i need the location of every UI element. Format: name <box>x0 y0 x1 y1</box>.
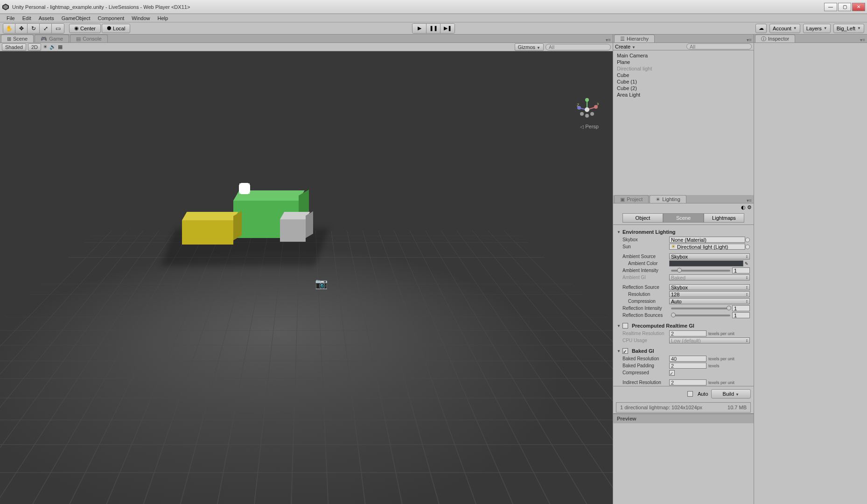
refbounce-label: Reflection Bounces <box>622 313 669 318</box>
reflection-source-dropdown[interactable]: Skybox‡ <box>669 284 750 290</box>
svg-text:x: x <box>597 101 599 106</box>
indirect-res-field[interactable]: 2 <box>669 379 706 385</box>
fx-toggle-icon[interactable]: ▦ <box>58 44 63 50</box>
reflection-compression-dropdown[interactable]: Auto‡ <box>669 298 750 304</box>
status-right: 10.7 MB <box>727 405 747 410</box>
baked-title: Baked GI <box>632 348 654 354</box>
tab-project[interactable]: ▣Project <box>614 195 649 203</box>
skybox-field[interactable]: None (Material) <box>669 237 745 243</box>
baked-pad-field[interactable]: 2 <box>669 363 706 369</box>
environment-lighting-header[interactable]: ▼Environment Lighting <box>613 225 754 236</box>
reflection-bounces-slider[interactable] <box>671 315 730 316</box>
account-dropdown[interactable]: Account ▼ <box>769 24 800 33</box>
sun-picker-icon[interactable] <box>745 245 750 249</box>
menu-gameobject[interactable]: GameObject <box>58 14 94 22</box>
svg-text:z: z <box>577 102 580 107</box>
skybox-value: None (Material) <box>671 237 706 243</box>
tab-scene[interactable]: ⊞Scene <box>1 35 34 42</box>
lighting-help-icon[interactable]: ◐ ⚙ <box>741 204 752 210</box>
light-gizmo-icon[interactable] <box>240 184 249 193</box>
layers-dropdown[interactable]: Layers ▼ <box>803 24 831 33</box>
2d-toggle[interactable]: 2D <box>28 43 41 51</box>
baked-gi-checkbox[interactable] <box>622 348 628 354</box>
hierarchy-item[interactable]: Area Light <box>617 91 750 98</box>
tab-lighting[interactable]: ☀Lighting <box>650 195 686 203</box>
menu-window[interactable]: Window <box>128 14 154 22</box>
gizmos-dropdown[interactable]: Gizmos ▼ <box>515 43 544 51</box>
tab-hierarchy[interactable]: ☰Hierarchy <box>614 35 655 42</box>
ambient-color-swatch[interactable] <box>669 260 743 266</box>
layout-dropdown[interactable]: Big_Left ▼ <box>833 24 864 33</box>
color-picker-icon[interactable]: ✎ <box>743 260 750 266</box>
baked-res-field[interactable]: 40 <box>669 356 706 362</box>
yellow-cube[interactable] <box>182 220 233 245</box>
baked-comp-label: Compressed <box>622 370 669 375</box>
play-button[interactable]: ▶ <box>413 24 427 33</box>
tab-game[interactable]: 🎮Game <box>35 35 69 42</box>
ambient-source-dropdown[interactable]: Skybox‡ <box>669 253 750 259</box>
light-toggle-icon[interactable]: ☀ <box>43 44 48 50</box>
hand-tool[interactable]: ✋ <box>3 24 15 33</box>
minimize-button[interactable]: — <box>824 3 837 11</box>
hierarchy-item[interactable]: Directional light <box>617 65 750 72</box>
ambcolor-label: Ambient Color <box>622 261 669 266</box>
baked-gi-header[interactable]: ▼Baked GI <box>613 344 754 355</box>
reflection-intensity-slider[interactable] <box>671 308 730 309</box>
cloud-button[interactable]: ☁ <box>755 24 767 33</box>
hierarchy-item[interactable]: Cube <box>617 72 750 78</box>
inspector-tab-options[interactable]: ▾≡ <box>858 37 867 42</box>
compressed-checkbox[interactable] <box>669 370 675 376</box>
menu-help[interactable]: Help <box>154 14 172 22</box>
skybox-picker-icon[interactable] <box>745 238 750 242</box>
tab-console[interactable]: ▤Console <box>70 35 107 42</box>
tab-options-icon[interactable]: ▾≡ <box>604 37 613 42</box>
tab-inspector[interactable]: ⓘInspector <box>755 35 795 42</box>
hierarchy-item[interactable]: Cube (2) <box>617 85 750 91</box>
hierarchy-tab-options[interactable]: ▾≡ <box>745 37 754 42</box>
camera-gizmo-icon[interactable]: 📷 <box>315 278 328 290</box>
reflection-bounces-value[interactable]: 1 <box>732 312 750 318</box>
maximize-button[interactable]: ▢ <box>838 3 851 11</box>
orientation-gizmo[interactable]: y x z <box>575 98 599 121</box>
hierarchy-item[interactable]: Main Camera <box>617 52 750 59</box>
hierarchy-list[interactable]: Main Camera Plane Directional light Cube… <box>613 50 754 195</box>
menu-edit[interactable]: Edit <box>19 14 35 22</box>
close-button[interactable]: ✕ <box>852 3 865 11</box>
reflection-intensity-value[interactable]: 1 <box>732 305 750 311</box>
svg-text:y: y <box>586 98 588 100</box>
sun-field[interactable]: ☀Directional light (Light) <box>669 244 745 250</box>
reflection-resolution-dropdown[interactable]: 128‡ <box>669 291 750 297</box>
scene-viewport[interactable]: y x z ◁ Persp 📷 <box>0 51 613 504</box>
build-button[interactable]: Build ▼ <box>711 389 751 399</box>
gray-cube[interactable] <box>280 219 306 242</box>
realtime-gi-header[interactable]: ▼Precomputed Realtime GI <box>613 319 754 330</box>
realtime-gi-checkbox[interactable] <box>622 323 628 329</box>
menu-assets[interactable]: Assets <box>35 14 58 22</box>
create-dropdown[interactable]: Create ▼ <box>615 44 636 49</box>
perspective-label[interactable]: ◁ Persp <box>580 124 599 129</box>
lighting-tab-object[interactable]: Object <box>622 213 663 223</box>
lighting-tab-lightmaps[interactable]: Lightmaps <box>704 213 744 223</box>
menu-component[interactable]: Component <box>94 14 128 22</box>
hierarchy-item[interactable]: Plane <box>617 59 750 65</box>
ambient-intensity-value[interactable]: 1 <box>732 267 750 273</box>
scale-tool[interactable]: ⤢ <box>40 24 52 33</box>
hierarchy-item[interactable]: Cube (1) <box>617 78 750 85</box>
pivot-center-button[interactable]: ◉ Center <box>69 24 101 33</box>
preview-header[interactable]: Preview <box>613 413 754 423</box>
auto-checkbox[interactable] <box>687 391 693 397</box>
pivot-local-button[interactable]: ⬢ Local <box>102 24 130 33</box>
scene-search[interactable]: All <box>545 44 611 50</box>
move-tool[interactable]: ✥ <box>15 24 28 33</box>
ambient-intensity-slider[interactable] <box>671 270 730 272</box>
step-button[interactable]: ▶❚ <box>440 24 454 33</box>
lighting-tab-scene[interactable]: Scene <box>663 213 704 223</box>
lighting-tab-options[interactable]: ▾≡ <box>745 198 754 203</box>
hierarchy-search[interactable]: All <box>686 43 752 49</box>
audio-toggle-icon[interactable]: 🔊 <box>49 44 56 50</box>
pause-button[interactable]: ❚❚ <box>427 24 440 33</box>
menu-file[interactable]: File <box>3 14 19 22</box>
rect-tool[interactable]: ▭ <box>52 24 64 33</box>
shading-mode-dropdown[interactable]: Shaded <box>2 43 26 51</box>
rotate-tool[interactable]: ↻ <box>28 24 40 33</box>
